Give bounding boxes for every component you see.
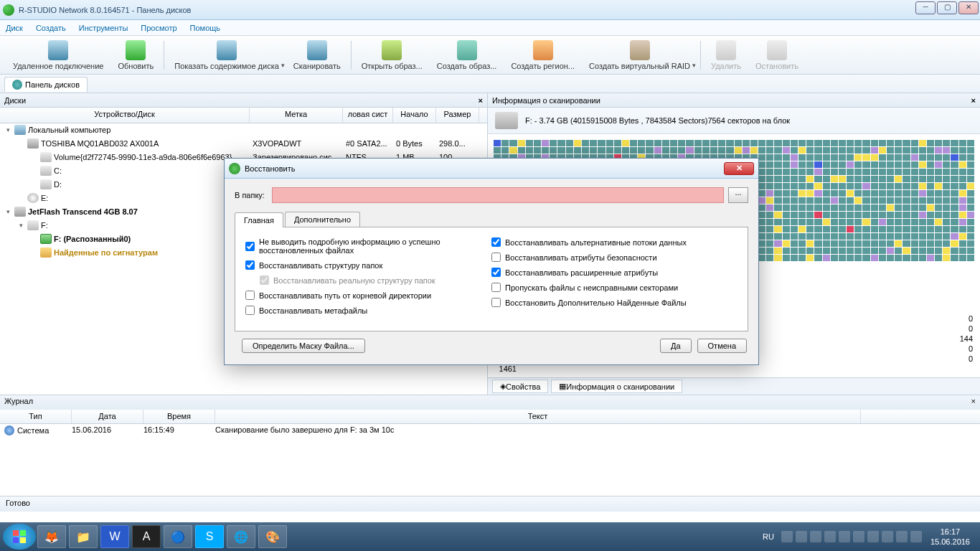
column-header[interactable]: Начало: [393, 108, 436, 123]
toolbar-Обновить[interactable]: Обновить: [110, 39, 161, 72]
disks-panel-close[interactable]: ×: [479, 96, 483, 105]
maximize-button[interactable]: ▢: [937, 1, 957, 14]
journal-close[interactable]: ×: [971, 397, 976, 408]
info-icon: [4, 425, 14, 435]
expander-icon[interactable]: ▾: [4, 126, 12, 133]
menu-Создать[interactable]: Создать: [36, 24, 66, 32]
browse-button[interactable]: ...: [728, 187, 748, 203]
task-firefox[interactable]: 🦊: [37, 525, 66, 548]
checkbox[interactable]: [245, 306, 255, 315]
tray-icon[interactable]: [910, 531, 922, 542]
menu-bar: ДискСоздатьИнструментыПросмотрПомощь: [0, 20, 980, 36]
checkbox[interactable]: [245, 242, 255, 251]
tray-icon[interactable]: [796, 531, 807, 542]
toolbar-Создать виртуальный RAID[interactable]: Создать виртуальный RAID▾: [582, 39, 697, 72]
menu-Инструменты[interactable]: Инструменты: [79, 24, 128, 32]
task-skype[interactable]: S: [195, 525, 224, 548]
checkbox[interactable]: [491, 298, 501, 307]
start-button[interactable]: [3, 524, 36, 550]
menu-Просмотр[interactable]: Просмотр: [141, 24, 176, 32]
ok-button[interactable]: Да: [660, 339, 692, 353]
toolbar-Сканировать[interactable]: Сканировать: [286, 39, 348, 72]
ico-hdd: [27, 138, 39, 149]
tab-disk-panel[interactable]: Панель дисков: [4, 77, 88, 92]
clock[interactable]: 16:17 15.06.2016: [923, 527, 977, 547]
file-mask-button[interactable]: Определить Маску Файла...: [242, 339, 365, 353]
tray-icon[interactable]: [896, 531, 908, 542]
scan-summary: F: - 3.74 GB (4015915008 Bytes , 7843584…: [525, 116, 790, 125]
column-header[interactable]: Размер: [436, 108, 479, 123]
lang-indicator[interactable]: RU: [763, 532, 774, 541]
toolbar-Открыть образ...[interactable]: Открыть образ...: [354, 39, 430, 72]
tray-icon[interactable]: [810, 531, 821, 542]
task-explorer[interactable]: 📁: [69, 525, 98, 548]
checkbox[interactable]: [491, 268, 501, 277]
checkbox-row: Восстанавливать атрибуты безопасности: [491, 253, 738, 262]
column-header[interactable]: Тип: [0, 410, 72, 423]
task-paint[interactable]: 🎨: [258, 525, 287, 548]
system-tray[interactable]: RU 16:17 15.06.2016: [763, 527, 977, 547]
menu-Помощь[interactable]: Помощь: [190, 24, 221, 32]
column-header[interactable]: Метка: [250, 108, 343, 123]
tab-scan-info[interactable]: ▦ Информация о сканировании: [551, 380, 682, 393]
checkbox[interactable]: [245, 260, 255, 270]
scan-panel-close[interactable]: ×: [971, 96, 976, 105]
toolbar-Показать содержимое диска[interactable]: Показать содержимое диска▾: [167, 39, 286, 72]
tray-icon[interactable]: [882, 531, 893, 542]
svg-rect-1: [20, 530, 26, 536]
toolbar-Создать образ...[interactable]: Создать образ...: [430, 39, 504, 72]
toolbar-icon: [716, 40, 736, 60]
column-header[interactable]: Время: [143, 410, 215, 423]
checkbox[interactable]: [491, 253, 501, 262]
checkbox-row: Восстанавливать расширенные атрибуты: [491, 268, 738, 277]
tree-row[interactable]: ▾Локальный компьютер: [0, 123, 487, 137]
ico-vol: [40, 166, 52, 176]
expander-icon[interactable]: ▾: [17, 222, 25, 229]
dialog-close-button[interactable]: ✕: [724, 162, 754, 175]
checkbox-row: Восстанавливать реальную структуру папок: [260, 276, 491, 285]
disk-panel-icon: [12, 80, 22, 90]
task-chrome[interactable]: 🔵: [164, 525, 192, 548]
column-header[interactable]: Текст: [215, 410, 861, 423]
journal-row[interactable]: Система 15.06.2016 16:15:49 Сканирование…: [0, 424, 980, 437]
ico-cd: [27, 193, 39, 203]
ico-hdd: [14, 207, 26, 217]
tray-icon[interactable]: [824, 531, 836, 542]
tray-icon[interactable]: [839, 531, 850, 542]
chevron-down-icon: ▾: [281, 62, 285, 69]
chevron-down-icon: ▾: [692, 62, 696, 69]
panel-tabs: Панель дисков: [0, 75, 980, 93]
tab-properties[interactable]: ◈ Свойства: [492, 380, 548, 393]
checkbox-row: Пропускать файлы с неисправными секторам…: [491, 283, 738, 292]
toolbar-Удаленное подключение[interactable]: Удаленное подключение: [6, 39, 110, 72]
tray-icon[interactable]: [853, 531, 864, 542]
column-header[interactable]: Дата: [72, 410, 143, 423]
expander-icon[interactable]: ▾: [4, 208, 12, 215]
dialog-title: Восстановить: [245, 164, 295, 173]
checkbox[interactable]: [491, 237, 501, 247]
minimize-button[interactable]: ─: [915, 1, 936, 14]
tray-icon[interactable]: [781, 531, 793, 542]
output-folder-input[interactable]: [272, 187, 724, 203]
menu-Диск[interactable]: Диск: [6, 24, 23, 32]
ico-vol: [40, 152, 52, 162]
toolbar-Создать регион...[interactable]: Создать регион...: [504, 39, 582, 72]
tab-main[interactable]: Главная: [235, 212, 283, 227]
checkbox[interactable]: [491, 283, 501, 292]
svg-rect-2: [13, 537, 19, 543]
task-word[interactable]: W: [100, 525, 129, 548]
tray-icon[interactable]: [867, 531, 879, 542]
column-header[interactable]: Устройство/Диск: [0, 108, 250, 123]
ico-flash: [40, 234, 52, 244]
column-header[interactable]: ловая сист: [343, 108, 393, 123]
checkbox[interactable]: [245, 291, 255, 300]
checkbox-row: Восстанавливать метафайлы: [245, 306, 491, 315]
close-button[interactable]: ✕: [958, 1, 979, 14]
ico-vol: [27, 220, 39, 230]
tab-additional[interactable]: Дополнительно: [285, 212, 360, 227]
tree-row[interactable]: TOSHIBA MQ01ABD032 AX001AX3VOPADWT#0 SAT…: [0, 137, 487, 151]
disk-columns: Устройство/ДискМеткаловая систНачалоРазм…: [0, 108, 487, 123]
cancel-button[interactable]: Отмена: [697, 339, 747, 353]
task-app-a[interactable]: A: [132, 525, 161, 548]
task-globe[interactable]: 🌐: [227, 525, 255, 548]
